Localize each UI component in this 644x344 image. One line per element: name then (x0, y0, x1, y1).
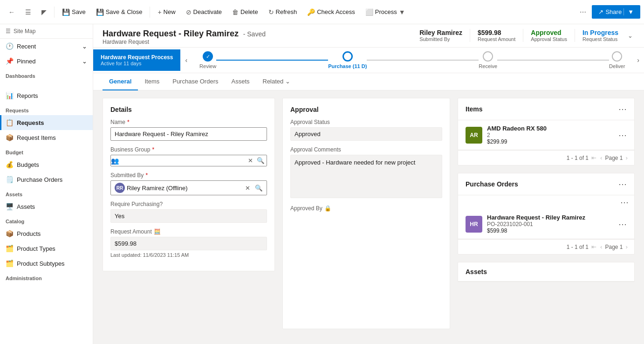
require-purchasing-field: Require Purchasing? (110, 201, 267, 223)
sidebar-item-product-subtypes[interactable]: 🗂️ Product Subtypes (0, 256, 93, 271)
business-group-search-button[interactable]: 🔍 (255, 155, 267, 166)
step-deliver-label: Deliver (609, 63, 625, 69)
sidebar-item-budgets[interactable]: 💰 Budgets (0, 157, 93, 172)
items-next-page-button[interactable]: › (625, 153, 629, 162)
recent-label: Recent (17, 43, 36, 50)
requests-label: Requests (17, 119, 44, 126)
purchase-orders-prev-page-button[interactable]: ‹ (599, 242, 603, 251)
budgets-label: Budgets (17, 161, 39, 168)
purchase-orders-panel-menu-button[interactable]: ⋯ (618, 179, 627, 189)
new-button[interactable]: + New (153, 6, 180, 19)
back-icon: ← (8, 8, 15, 16)
items-first-page-button[interactable]: ⇤ (590, 153, 597, 162)
recent-icon: 🕐 (6, 42, 13, 50)
sidebar-item-products[interactable]: 📦 Products (0, 226, 93, 241)
submitted-by-clear-button[interactable]: ✕ (243, 183, 252, 193)
business-group-required: * (152, 146, 154, 153)
approved-by-label: Approved By 🔒 (290, 205, 442, 212)
items-pagination-count: 1 - 1 of 1 (567, 155, 589, 161)
require-purchasing-input[interactable] (110, 209, 267, 223)
site-map-button[interactable]: ☰ Site Map (0, 24, 93, 39)
details-column: Details Name * Business Group * (103, 98, 275, 337)
save-button[interactable]: 💾 Save (57, 6, 90, 19)
save-label: Save (72, 8, 86, 15)
item-row-menu-button[interactable]: ⋯ (618, 130, 627, 140)
name-label: Name * (110, 119, 267, 125)
tab-items[interactable]: Items (138, 73, 166, 90)
name-input[interactable] (110, 127, 267, 141)
submitted-by-search-button[interactable]: 🔍 (253, 183, 265, 193)
purchase-orders-first-page-button[interactable]: ⇤ (590, 242, 597, 251)
delete-button[interactable]: 🗑 Delete (227, 6, 263, 19)
purchase-orders-next-page-button[interactable]: › (625, 242, 629, 251)
related-label: Related (263, 78, 284, 85)
step-purchase-label: Purchase (11 D) (328, 63, 367, 69)
process-prev-button[interactable]: ‹ (180, 53, 192, 68)
approval-section-title: Approval (290, 106, 442, 113)
catalog-section-title: Catalog (0, 214, 93, 226)
sidebar-item-pinned[interactable]: 📌 Pinned ⌄ (0, 54, 93, 69)
business-group-clear-button[interactable]: ✕ (246, 155, 255, 166)
item-name: AMD Radeon RX 580 (487, 125, 614, 132)
product-types-label: Product Types (17, 245, 55, 252)
tab-related[interactable]: Related ⌄ (256, 73, 297, 90)
meta-request-amount: $599.98 Request Amount (470, 29, 523, 42)
process-button[interactable]: ⬜ Process ▼ (361, 6, 410, 19)
share-label: Share (605, 8, 622, 15)
tab-assets[interactable]: Assets (225, 73, 256, 90)
sidebar-item-assets[interactable]: 🖥️ Assets (0, 199, 93, 214)
pinned-chevron-icon: ⌄ (82, 58, 87, 65)
submitted-by-lookup[interactable]: RR Riley Ramirez (Offline) ✕ 🔍 (110, 180, 267, 195)
meta-request-status: In Progress Request Status (575, 29, 626, 42)
items-panel-menu-button[interactable]: ⋯ (618, 104, 627, 114)
list-view-button[interactable]: ☰ (21, 6, 36, 19)
main-layout: ☰ Site Map 🕐 Recent ⌄ 📌 Pinned ⌄ Dashboa… (0, 24, 644, 344)
items-panel-item: AR AMD Radeon RX 580 2 $299.99 ⋯ (458, 120, 634, 150)
process-stage-label[interactable]: Hardware Request Process Active for 11 d… (93, 49, 180, 71)
step-review: ✓ Review (199, 51, 216, 69)
details-section: Details Name * Business Group * (103, 98, 275, 271)
purchase-orders-row-menu-top-button[interactable]: ⋯ (620, 197, 629, 207)
purchase-orders-page-label: Page 1 (605, 244, 623, 250)
products-icon: 📦 (6, 230, 13, 237)
sidebar-item-request-items[interactable]: 📦 Request Items (0, 130, 93, 145)
record-meta: Riley Ramirez Submitted By $599.98 Reque… (419, 29, 635, 42)
back-button[interactable]: ← (4, 6, 20, 19)
items-prev-page-button[interactable]: ‹ (599, 153, 603, 162)
purchase-order-row-menu-button[interactable]: ⋯ (618, 219, 627, 229)
record-title: Hardware Request - Riley Ramirez (103, 29, 239, 38)
details-section-title: Details (110, 106, 267, 113)
product-types-icon: 🗂️ (6, 245, 13, 252)
purchase-order-name: Hardware Request - Riley Ramirez (487, 214, 614, 221)
request-amount-input[interactable] (110, 237, 267, 250)
sidebar-item-requests[interactable]: 📋 Requests (0, 115, 93, 130)
save-close-button[interactable]: 💾 Save & Close (91, 6, 147, 19)
business-group-lookup[interactable]: 👥 ✕ 🔍 (110, 155, 267, 166)
sidebar-item-reports[interactable]: 📊 Reports (0, 88, 93, 103)
items-panel-header: Items ⋯ (458, 98, 634, 120)
check-access-button[interactable]: 🔑 Check Access (302, 6, 360, 19)
approval-comments-textarea[interactable] (290, 155, 442, 198)
refresh-button[interactable]: ↻ Refresh (264, 6, 302, 19)
process-stage-name: Hardware Request Process (101, 54, 173, 61)
expand-button[interactable]: ◤ (37, 6, 51, 19)
approval-status-input[interactable] (290, 127, 442, 141)
tab-general[interactable]: General (103, 73, 138, 90)
sidebar-item-purchase-orders[interactable]: 🗒️ Purchase Orders (0, 172, 93, 187)
refresh-label: Refresh (276, 8, 297, 15)
step-deliver-circle (612, 51, 622, 62)
tab-purchase-orders[interactable]: Purchase Orders (166, 73, 225, 90)
share-button[interactable]: ↗ Share ▼ (592, 5, 640, 19)
new-label: New (164, 8, 176, 15)
item-info: AMD Radeon RX 580 2 $299.99 (487, 125, 614, 145)
sidebar-item-product-types[interactable]: 🗂️ Product Types (0, 241, 93, 256)
deactivate-button[interactable]: ⊘ Deactivate (181, 6, 226, 19)
meta-submitted-by-value: Riley Ramirez (419, 29, 462, 36)
more-button[interactable]: ⋯ (575, 6, 591, 19)
request-amount-field: Request Amount 🧮 Last updated: 11/6/2023… (110, 228, 267, 258)
sidebar-item-recent[interactable]: 🕐 Recent ⌄ (0, 39, 93, 54)
record-header-chevron-button[interactable]: ⌄ (626, 30, 635, 41)
save-close-label: Save & Close (106, 8, 143, 15)
process-next-button[interactable]: › (632, 53, 644, 68)
site-map-icon: ☰ (6, 28, 11, 34)
